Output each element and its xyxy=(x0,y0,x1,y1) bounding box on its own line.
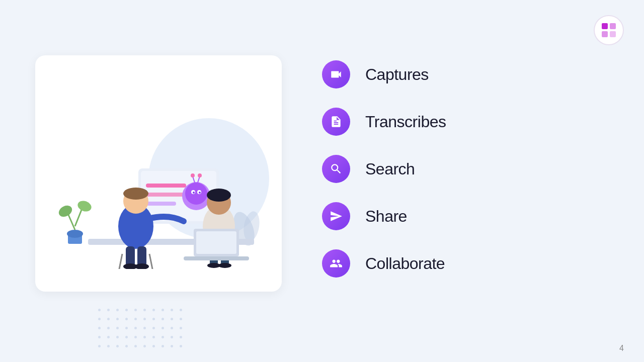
feature-transcribes: Transcribes xyxy=(322,108,446,136)
dot-decoration xyxy=(98,327,101,329)
share-label: Share xyxy=(365,207,407,226)
dot-decoration xyxy=(134,345,137,347)
dot-decoration xyxy=(162,318,164,320)
feature-share: Share xyxy=(322,202,446,230)
dot-decoration xyxy=(116,318,119,320)
feature-collaborate: Collaborate xyxy=(322,249,446,278)
share-icon-circle xyxy=(322,202,350,230)
dot-decoration xyxy=(180,309,182,311)
svg-rect-1 xyxy=(610,23,616,29)
dot-decoration xyxy=(152,318,155,320)
dot-decoration xyxy=(125,345,128,347)
svg-rect-0 xyxy=(602,23,608,29)
dot-decoration xyxy=(125,309,128,311)
dot-decoration xyxy=(116,327,119,329)
dot-decoration xyxy=(98,309,101,311)
svg-point-35 xyxy=(135,263,149,269)
transcribes-icon-circle xyxy=(322,108,350,136)
meeting-illustration xyxy=(48,78,269,269)
svg-point-12 xyxy=(76,199,93,213)
dot-grid-decoration xyxy=(98,309,187,352)
svg-point-20 xyxy=(185,183,207,205)
svg-line-11 xyxy=(75,209,82,226)
dot-decoration xyxy=(107,336,110,338)
dot-decoration xyxy=(98,318,101,320)
document-icon xyxy=(330,115,343,128)
dot-decoration xyxy=(143,318,146,320)
dot-decoration xyxy=(98,345,101,347)
svg-rect-16 xyxy=(146,184,186,188)
logo-circle xyxy=(594,15,624,45)
dot-decoration xyxy=(125,327,128,329)
svg-rect-45 xyxy=(184,256,249,260)
dot-decoration xyxy=(162,309,164,311)
dot-decoration xyxy=(143,345,146,347)
feature-captures: Captures xyxy=(322,60,446,88)
dot-decoration xyxy=(180,336,182,338)
dot-decoration xyxy=(134,309,137,311)
dot-decoration xyxy=(171,327,173,329)
dot-decoration xyxy=(180,327,182,329)
svg-point-10 xyxy=(57,203,74,219)
dot-decoration xyxy=(134,327,137,329)
dot-decoration xyxy=(152,309,155,311)
dot-decoration xyxy=(143,336,146,338)
collaborate-icon xyxy=(330,257,343,270)
page-number: 4 xyxy=(619,344,624,353)
svg-line-46 xyxy=(118,254,122,269)
svg-rect-3 xyxy=(610,31,616,37)
dot-decoration xyxy=(107,318,110,320)
share-icon xyxy=(330,210,343,223)
svg-line-47 xyxy=(149,254,153,269)
dot-decoration xyxy=(152,345,155,347)
dot-decoration xyxy=(180,318,182,320)
dot-decoration xyxy=(134,318,137,320)
dot-decoration xyxy=(171,309,173,311)
dot-decoration xyxy=(125,336,128,338)
features-list: Captures Transcribes Search Share xyxy=(322,60,446,278)
illustration-card xyxy=(35,55,282,292)
dot-decoration xyxy=(152,327,155,329)
svg-line-9 xyxy=(68,214,75,230)
svg-point-38 xyxy=(207,189,231,202)
dot-decoration xyxy=(98,336,101,338)
dot-decoration xyxy=(116,345,119,347)
transcribes-label: Transcribes xyxy=(365,113,446,131)
collaborate-icon-circle xyxy=(322,249,350,278)
captures-icon-circle xyxy=(322,60,350,88)
captures-label: Captures xyxy=(365,65,429,84)
dot-decoration xyxy=(143,327,146,329)
svg-rect-18 xyxy=(146,202,176,206)
dot-decoration xyxy=(162,327,164,329)
dot-decoration xyxy=(180,345,182,347)
svg-point-8 xyxy=(67,230,83,238)
dot-decoration xyxy=(162,336,164,338)
svg-point-23 xyxy=(193,192,195,194)
collaborate-label: Collaborate xyxy=(365,254,445,273)
dot-decoration xyxy=(134,336,137,338)
svg-point-26 xyxy=(191,173,195,177)
video-camera-icon xyxy=(330,68,343,81)
dot-decoration xyxy=(171,345,173,347)
trint-logo-icon xyxy=(601,22,617,38)
svg-point-42 xyxy=(218,263,231,268)
search-icon xyxy=(330,162,343,175)
dot-decoration xyxy=(107,345,110,347)
feature-search: Search xyxy=(322,155,446,183)
svg-point-24 xyxy=(199,192,201,194)
search-icon-circle xyxy=(322,155,350,183)
dot-decoration xyxy=(107,327,110,329)
dot-decoration xyxy=(171,318,173,320)
svg-point-28 xyxy=(198,173,202,177)
svg-rect-44 xyxy=(196,231,236,254)
dot-decoration xyxy=(116,336,119,338)
search-label: Search xyxy=(365,160,415,178)
dot-decoration xyxy=(143,309,146,311)
dot-decoration xyxy=(125,318,128,320)
svg-point-31 xyxy=(123,188,148,200)
dot-decoration xyxy=(152,336,155,338)
dot-decoration xyxy=(162,345,164,347)
dot-decoration xyxy=(107,309,110,311)
svg-rect-2 xyxy=(602,31,608,37)
dot-decoration xyxy=(171,336,173,338)
